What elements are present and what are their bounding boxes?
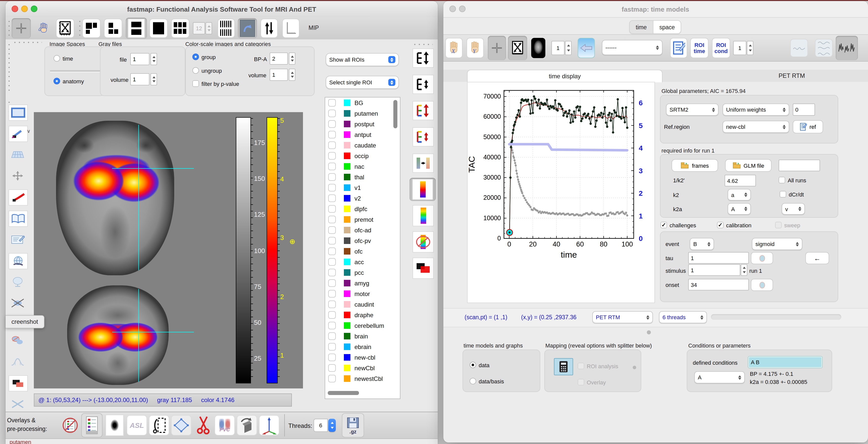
radio-time[interactable]: time	[54, 55, 73, 62]
tm-titlebar[interactable]: fastmap: time models	[443, 1, 868, 18]
roi-checkbox[interactable]	[328, 269, 336, 276]
roi-checkbox[interactable]	[328, 131, 336, 139]
brain-slice-axial-1[interactable]	[56, 121, 174, 275]
flip-order-button[interactable]	[260, 19, 278, 38]
compress-gray-button[interactable]	[412, 75, 434, 94]
tau-fit-toggle[interactable]	[751, 252, 773, 264]
crop-cut-button[interactable]	[149, 415, 169, 436]
layout-2rows-button[interactable]	[126, 18, 147, 39]
polygon-roi-button[interactable]	[171, 415, 191, 436]
main-titlebar[interactable]: fastmap: Functional Analysis Software To…	[5, 1, 438, 18]
crosshair-tool-button[interactable]	[11, 18, 31, 38]
multi-curve-button[interactable]	[815, 39, 833, 57]
k2p-field[interactable]: 4.62	[724, 175, 756, 186]
calculator-button[interactable]	[554, 358, 573, 375]
move-tool-button[interactable]	[8, 168, 27, 183]
scan-number-stepper[interactable]	[565, 41, 571, 55]
roi-checkbox[interactable]	[328, 364, 336, 372]
overlay-list-button[interactable]	[81, 413, 102, 438]
tab-time-display[interactable]: time display	[467, 70, 662, 82]
condition-select[interactable]: A	[694, 371, 745, 383]
roi-checkbox[interactable]	[328, 247, 336, 255]
pvc-button[interactable]: PVC	[215, 415, 235, 436]
segment-space[interactable]: space	[653, 21, 681, 33]
overlay-rects-button[interactable]	[8, 375, 28, 391]
right-strip-handle[interactable]	[412, 42, 433, 47]
roi-checkbox[interactable]	[328, 216, 336, 223]
segment-time[interactable]: time	[630, 21, 653, 33]
v-select[interactable]: v	[782, 203, 805, 215]
smoothing-button[interactable]	[104, 415, 125, 436]
mirror-button[interactable]	[8, 274, 27, 290]
roi-checkbox[interactable]	[328, 300, 336, 308]
roi-checkbox[interactable]	[328, 258, 336, 266]
globe-paint-button[interactable]	[8, 253, 28, 269]
back-arrow-button[interactable]	[578, 38, 595, 58]
brush-menu-chevron[interactable]: ∨	[27, 128, 31, 134]
weights-extra-field[interactable]: 0	[793, 103, 815, 116]
stretch-color-button[interactable]	[412, 101, 434, 120]
roi-checkbox[interactable]	[328, 99, 336, 107]
model-name-select[interactable]: PET RTM	[592, 311, 653, 323]
roi-row[interactable]: new-cbl	[325, 352, 400, 363]
axes3d-button[interactable]	[259, 415, 279, 436]
roi-row[interactable]: BG	[325, 97, 400, 108]
roi-checkbox[interactable]	[328, 343, 336, 351]
axes-display-button[interactable]	[282, 19, 300, 38]
previous-button[interactable]: ←	[805, 252, 829, 264]
sweep-checkbox[interactable]: sweep	[775, 222, 800, 228]
roi-checkbox[interactable]	[328, 142, 336, 149]
threads-field[interactable]: 6	[314, 419, 328, 432]
roi-checkbox[interactable]	[328, 173, 336, 181]
roi-checkbox[interactable]	[328, 195, 336, 202]
roi-checkbox[interactable]	[328, 375, 336, 382]
roi-number-stepper[interactable]	[747, 41, 753, 55]
roi-row[interactable]: nac	[325, 161, 400, 172]
brain-slice-axial-2[interactable]	[67, 286, 169, 385]
radio-group[interactable]: group	[192, 54, 216, 60]
tac-chart[interactable]: 0100002000030000400005000060000700000204…	[468, 82, 655, 303]
roi-row[interactable]: v2	[325, 193, 400, 204]
glm-file-button[interactable]: GLM file	[725, 159, 772, 172]
roi-row[interactable]: newestCbl	[325, 373, 400, 384]
tm-close-button[interactable]	[450, 5, 456, 12]
file-stepper[interactable]	[151, 53, 157, 65]
save-gz-button[interactable]: .gz	[342, 413, 364, 438]
filter-pvalue-checkbox[interactable]: filter by p-value	[192, 80, 239, 87]
volume-stepper[interactable]	[151, 73, 157, 85]
model-combo[interactable]: ------	[602, 40, 662, 55]
roi-row[interactable]: premot	[325, 214, 400, 225]
roi-cond-button[interactable]: ROI cond	[712, 38, 730, 58]
compress-color-button[interactable]	[412, 127, 434, 147]
bpa-stepper[interactable]	[289, 53, 296, 65]
roi-checkbox[interactable]	[328, 290, 336, 297]
cs-volume-stepper[interactable]	[289, 69, 296, 81]
ref-region-select[interactable]: new-cbl	[722, 121, 789, 133]
event-select[interactable]: B	[690, 238, 714, 250]
brain-thumb-button[interactable]	[531, 38, 545, 58]
radio-data[interactable]: data	[470, 362, 490, 368]
roi-row[interactable]: ebrain	[325, 342, 400, 352]
defined-conditions-field[interactable]: A B	[748, 357, 822, 368]
roi-checkbox[interactable]	[328, 354, 336, 361]
roi-row[interactable]: dlpfc	[325, 204, 400, 214]
roi-checkbox[interactable]	[328, 120, 336, 128]
calibration-checkbox[interactable]: ✓calibration	[717, 222, 751, 228]
dcrdt-checkbox[interactable]: dCr/dt	[780, 191, 804, 198]
stimulus-stepper[interactable]	[741, 264, 747, 276]
rect-select-button[interactable]	[8, 105, 28, 121]
roi-row[interactable]: v1	[325, 182, 400, 193]
roi-checkbox[interactable]	[328, 332, 336, 340]
image-canvas[interactable]: 175150125100755025 54321 ⊕	[34, 112, 303, 388]
select-single-roi-dropdown[interactable]: Select single ROI	[326, 76, 399, 89]
panel-handle[interactable]	[7, 42, 11, 93]
plot-panel[interactable]: 0100002000030000400005000060000700000204…	[467, 82, 655, 303]
weights-select[interactable]: Uniform weights	[722, 103, 789, 116]
roi-hscrollbar[interactable]	[328, 391, 359, 395]
splitter-handle[interactable]	[647, 330, 651, 334]
roi-time-button[interactable]: ROI time	[690, 38, 708, 58]
model-select[interactable]: SRTM2	[666, 103, 718, 116]
tm-fit-button[interactable]	[508, 36, 527, 60]
tm-minimize-button[interactable]	[459, 5, 466, 12]
cut-roi-button[interactable]	[193, 415, 214, 436]
